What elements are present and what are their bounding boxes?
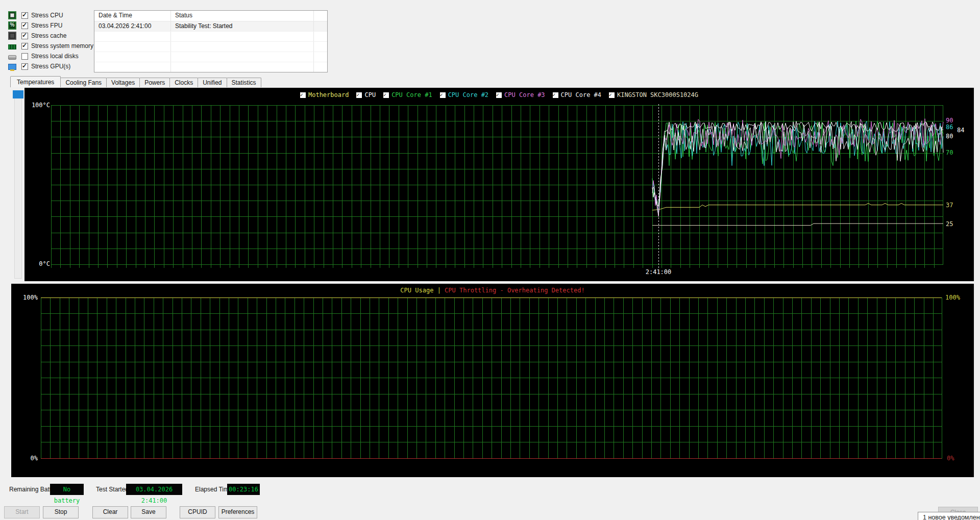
test-started-label: Test Started:	[96, 486, 130, 493]
log-table-empty-row	[94, 52, 327, 62]
cpu-usage-label: CPU Usage	[400, 287, 433, 294]
legend-label: CPU	[364, 91, 376, 98]
cpu-usage-graph: CPU Usage | CPU Throttling - Overheating…	[11, 284, 974, 477]
current-value-label: 37	[946, 202, 953, 209]
tab-clocks[interactable]: Clocks	[169, 78, 198, 87]
temp-zoom-scrollbar-thumb[interactable]	[13, 90, 23, 98]
legend-item-kingston-skc3000s1024g: KINGSTON SKC3000S1024G	[609, 91, 698, 98]
log-table-empty-row	[94, 42, 327, 52]
stress-option-label: Stress cache	[31, 32, 66, 39]
disk-icon	[8, 55, 16, 60]
save-button[interactable]: Save	[131, 506, 166, 518]
stress-option-label: Stress CPU	[31, 12, 63, 19]
legend-checkbox[interactable]	[356, 92, 362, 98]
legend-item-cpu-core-4: CPU Core #4	[553, 91, 601, 98]
temperature-traces	[51, 105, 943, 264]
stress-option-row: Stress FPU	[8, 20, 93, 31]
usage-axis-right-max: 100%	[945, 294, 960, 301]
cpuid-button[interactable]: CPUID	[180, 506, 215, 518]
remaining-battery-value: No battery	[50, 484, 84, 495]
test-started-value: 03.04.2026 2:41:00	[126, 484, 182, 495]
memory-icon	[8, 44, 16, 49]
stress-option-checkbox[interactable]	[21, 43, 28, 49]
stress-option-label: Stress system memory	[31, 42, 93, 49]
tab-powers[interactable]: Powers	[139, 78, 170, 87]
legend-item-cpu-core-2: CPU Core #2	[440, 91, 488, 98]
log-table-header: Date & Time Status	[94, 11, 327, 21]
log-column-datetime: Date & Time	[94, 11, 171, 21]
legend-label: CPU Core #1	[391, 91, 432, 98]
legend-checkbox[interactable]	[553, 92, 558, 98]
cpu-throttling-line	[41, 458, 942, 459]
log-cell-datetime: 03.04.2026 2:41:00	[94, 21, 171, 31]
log-column-status: Status	[171, 11, 314, 21]
trace-kingston-skc3000s1024g	[652, 224, 943, 226]
stress-option-row: Stress local disks	[8, 51, 93, 61]
usage-chart-title: CPU Usage | CPU Throttling - Overheating…	[11, 287, 974, 294]
stress-option-checkbox[interactable]	[21, 53, 28, 60]
legend-item-cpu-core-3: CPU Core #3	[496, 91, 545, 98]
stress-option-checkbox[interactable]	[21, 22, 28, 29]
legend-checkbox[interactable]	[496, 92, 502, 98]
cache-icon	[8, 32, 16, 40]
stress-option-row: Stress CPU	[8, 10, 93, 20]
fpu-icon	[8, 21, 16, 30]
tab-temperatures[interactable]: Temperatures	[10, 76, 61, 87]
legend-label: Motherboard	[308, 91, 349, 98]
clear-button[interactable]: Clear	[92, 506, 128, 518]
cpu-icon	[8, 11, 16, 19]
tab-statistics[interactable]: Statistics	[227, 78, 261, 87]
title-separator: |	[437, 287, 441, 294]
legend-checkbox[interactable]	[300, 92, 306, 98]
test-start-time-label: 2:41:00	[641, 268, 676, 276]
notification-tooltip: 1 новое уведомление	[918, 512, 980, 520]
legend-label: CPU Core #4	[561, 91, 601, 98]
legend-label: KINGSTON SKC3000S1024G	[617, 91, 698, 98]
usage-grid	[41, 298, 942, 458]
legend-checkbox[interactable]	[383, 92, 389, 98]
tab-voltages[interactable]: Voltages	[106, 78, 140, 87]
trace-cpu-core-2	[652, 121, 943, 212]
trace-motherboard	[652, 204, 943, 210]
legend-checkbox[interactable]	[440, 92, 446, 98]
current-value-label: 25	[946, 220, 953, 228]
tab-cooling-fans[interactable]: Cooling Fans	[60, 78, 107, 87]
stress-option-checkbox[interactable]	[21, 33, 28, 39]
temp-axis-min-label: 0°C	[29, 260, 50, 267]
event-log-table[interactable]: Date & Time Status 03.04.2026 2:41:00Sta…	[94, 10, 328, 72]
trace-cpu-core-3	[652, 119, 943, 217]
log-cell-status: Stability Test: Started	[171, 21, 314, 31]
usage-axis-right-min: 0%	[947, 455, 954, 462]
legend-label: CPU Core #3	[504, 91, 545, 98]
preferences-button[interactable]: Preferences	[218, 506, 257, 518]
stress-option-row: Stress GPU(s)	[8, 61, 93, 71]
legend-item-motherboard: Motherboard	[300, 91, 349, 98]
test-start-marker-line	[658, 104, 659, 268]
temp-axis-max-label: 100°C	[29, 102, 50, 109]
temp-zoom-scrollbar-track[interactable]	[14, 91, 22, 279]
log-table-row[interactable]: 03.04.2026 2:41:00Stability Test: Starte…	[94, 21, 327, 32]
usage-axis-left-min: 0%	[15, 455, 38, 462]
legend-label: CPU Core #2	[448, 91, 488, 98]
legend-checkbox[interactable]	[609, 92, 615, 98]
current-value-label: 84	[957, 127, 964, 134]
tab-unified[interactable]: Unified	[198, 78, 227, 87]
current-value-label: 70	[946, 149, 953, 156]
log-table-empty-row	[94, 32, 327, 42]
current-value-label: 80	[946, 133, 953, 140]
legend-item-cpu: CPU	[356, 91, 376, 98]
stress-option-checkbox[interactable]	[21, 63, 28, 70]
stress-option-row: Stress system memory	[8, 41, 93, 51]
start-button[interactable]: Start	[4, 506, 40, 518]
current-value-label: 86	[946, 123, 953, 131]
usage-axis-left-max: 100%	[15, 294, 38, 301]
stress-option-checkbox[interactable]	[21, 12, 28, 19]
temperature-legend: MotherboardCPUCPU Core #1CPU Core #2CPU …	[24, 91, 974, 98]
stress-option-label: Stress FPU	[31, 22, 62, 29]
stress-option-row: Stress cache	[8, 31, 93, 41]
overheating-alert-label: CPU Throttling - Overheating Detected!	[445, 287, 585, 294]
elapsed-time-value: 00:23:16	[227, 484, 260, 495]
stop-button[interactable]: Stop	[43, 506, 79, 518]
stress-option-label: Stress GPU(s)	[31, 63, 70, 70]
stress-options-panel: Stress CPUStress FPUStress cacheStress s…	[8, 10, 93, 71]
